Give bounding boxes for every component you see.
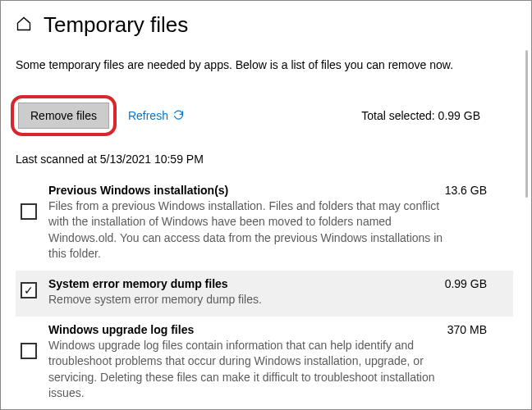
checkbox-upgrade-logs[interactable] xyxy=(21,343,37,359)
highlight-annotation: Remove files xyxy=(11,95,117,136)
scrollbar[interactable] xyxy=(525,50,528,198)
file-item: System error memory dump files 0.99 GB R… xyxy=(16,271,513,317)
checkbox-previous-windows[interactable] xyxy=(21,203,37,220)
action-row: Remove files Refresh Total selected: 0.9… xyxy=(16,95,513,136)
file-description: Files from a previous Windows installati… xyxy=(48,198,459,262)
file-size: 0.99 GB xyxy=(445,277,508,290)
file-item: Previous Windows installation(s) 13.6 GB… xyxy=(16,177,513,271)
file-item: Windows upgrade log files 370 MB Windows… xyxy=(16,317,513,409)
total-selected-label: Total selected: 0.99 GB xyxy=(361,109,480,122)
refresh-label: Refresh xyxy=(128,109,168,122)
file-title: System error memory dump files xyxy=(48,277,228,290)
header: Temporary files xyxy=(16,12,513,38)
file-size: 13.6 GB xyxy=(445,184,508,197)
checkbox-memory-dump[interactable] xyxy=(21,282,37,298)
file-list: Previous Windows installation(s) 13.6 GB… xyxy=(16,177,513,409)
refresh-icon xyxy=(172,109,185,121)
page-title: Temporary files xyxy=(44,12,188,38)
last-scanned-text: Last scanned at 5/13/2021 10:59 PM xyxy=(16,153,513,166)
file-title: Windows upgrade log files xyxy=(48,323,194,336)
file-size: 370 MB xyxy=(447,323,508,336)
home-icon[interactable] xyxy=(16,16,32,34)
file-description: Windows upgrade log files contain inform… xyxy=(48,338,459,402)
refresh-link[interactable]: Refresh xyxy=(128,109,185,122)
file-description: Remove system error memory dump files. xyxy=(48,292,459,308)
description-text: Some temporary files are needed by apps.… xyxy=(16,57,484,74)
file-title: Previous Windows installation(s) xyxy=(48,184,228,197)
remove-files-button[interactable]: Remove files xyxy=(18,102,109,129)
